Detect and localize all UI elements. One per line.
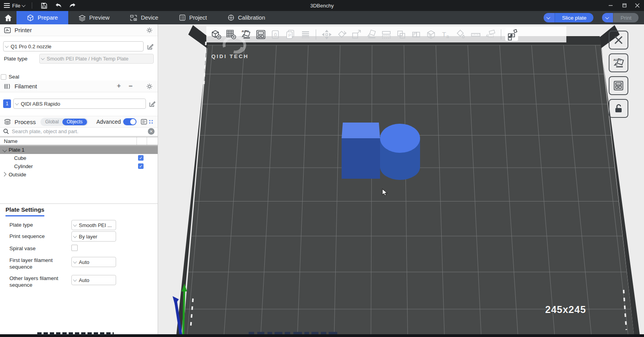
tab-device[interactable]: Device — [120, 11, 168, 24]
maximize-button[interactable] — [617, 0, 631, 11]
lay-on-face-icon[interactable] — [365, 28, 378, 41]
auto-orient-icon[interactable]: AUTO — [239, 28, 252, 41]
model-cylinder[interactable] — [380, 124, 420, 180]
titlebar: File 3DBenchy — [0, 0, 644, 11]
align-icon[interactable] — [395, 28, 408, 41]
plate-settings-title: Plate Settings — [5, 206, 44, 216]
text-tool-icon[interactable]: Ta — [439, 28, 452, 41]
field-first-layer-sequence-label: First layer filament sequence — [9, 255, 71, 270]
search-bar: ✕ — [0, 127, 158, 136]
build-plate[interactable] — [183, 36, 634, 337]
plate-type-select[interactable]: Smooth PEI Plate / High Temp Plate — [39, 54, 154, 64]
printer-preset-select[interactable]: Q1 Pro 0.2 nozzle — [3, 41, 144, 51]
filament-slot-badge[interactable]: 1 — [3, 99, 11, 108]
file-menu-chevron-icon[interactable] — [22, 3, 25, 7]
arrange-plate-button[interactable] — [609, 76, 628, 95]
layers-icon[interactable] — [299, 28, 312, 41]
search-icon — [3, 128, 9, 134]
slice-plate-button[interactable]: Slice plate — [544, 13, 593, 22]
printer-edit-icon[interactable] — [146, 42, 155, 51]
auto-orient-plate-button[interactable]: AUTO — [609, 53, 628, 72]
advanced-label: Advanced — [96, 119, 121, 125]
arrange-icon[interactable] — [254, 28, 267, 41]
tree-row-outside[interactable]: Outside — [0, 170, 158, 179]
objects-settings-icon[interactable] — [148, 117, 154, 126]
tree-row-cylinder[interactable]: Cylinder ✓ — [0, 162, 158, 170]
cylinder-visible-checkbox[interactable]: ✓ — [138, 163, 144, 169]
tab-project[interactable]: Project — [169, 11, 217, 24]
add-filament-button[interactable]: + — [115, 82, 123, 91]
delete-all-button[interactable] — [609, 31, 628, 49]
search-input[interactable] — [12, 128, 145, 134]
field-plate-type-select[interactable]: Smooth PEI ... — [71, 220, 116, 230]
split-icon[interactable] — [380, 28, 393, 41]
print-button[interactable]: Print — [602, 13, 639, 22]
tree-row-plate1[interactable]: Plate 1 — [0, 146, 158, 154]
tab-preview[interactable]: Preview — [68, 11, 120, 24]
undo-icon[interactable] — [53, 1, 64, 10]
field-other-layers-sequence-label: Other layers filament sequence — [9, 273, 71, 288]
field-first-layer-sequence-select[interactable]: Auto — [71, 257, 116, 267]
slice-dropdown-chevron-icon[interactable] — [544, 13, 555, 22]
seal-checkbox[interactable] — [1, 74, 6, 80]
variable-layer-height-icon[interactable] — [424, 28, 437, 41]
paint-icon[interactable] — [454, 28, 467, 41]
scope-objects[interactable]: Objects — [62, 119, 87, 125]
copy-icon[interactable]: 0 — [269, 28, 282, 41]
process-scope-toggle[interactable]: Global Objects — [40, 118, 88, 126]
redo-icon[interactable] — [67, 1, 78, 10]
field-other-layers-sequence-select[interactable]: Auto — [71, 275, 116, 285]
minimize-button[interactable] — [604, 0, 617, 11]
svg-text:0: 0 — [274, 32, 277, 38]
viewport-3d[interactable]: QIDI TECH — [158, 24, 644, 337]
tree-row-cube[interactable]: Cube ✓ — [0, 154, 158, 162]
seal-label: Seal — [9, 74, 19, 80]
field-print-sequence-select[interactable]: By layer — [71, 231, 116, 242]
home-button[interactable] — [0, 11, 16, 24]
remove-filament-button[interactable]: − — [126, 82, 135, 91]
scope-global[interactable]: Global — [42, 119, 62, 125]
assembly-icon[interactable] — [484, 28, 497, 41]
filament-preset-select[interactable]: QIDI ABS Rapido — [13, 99, 146, 109]
paste-icon[interactable]: P — [284, 28, 297, 41]
parameter-list-icon[interactable] — [140, 117, 148, 126]
add-plate-icon[interactable] — [224, 28, 237, 41]
tab-calibration[interactable]: Calibration — [217, 11, 275, 24]
move-icon[interactable] — [320, 28, 333, 41]
lock-plate-button[interactable] — [609, 99, 628, 118]
divider — [32, 2, 32, 9]
measure-icon[interactable] — [469, 28, 482, 41]
qidi-studio-window: File 3DBenchy Prepare — [0, 0, 644, 337]
plate-type-label: Plate type — [4, 56, 27, 62]
clear-search-icon[interactable]: ✕ — [148, 128, 155, 135]
mouse-cursor — [382, 189, 388, 197]
main-menu-icon[interactable] — [4, 2, 10, 9]
save-icon[interactable] — [38, 1, 50, 10]
divider — [501, 29, 501, 40]
collapse-chevron-icon[interactable] — [2, 172, 6, 176]
advanced-toggle[interactable] — [123, 118, 136, 125]
filament-settings-gear-icon[interactable] — [145, 82, 154, 91]
viewport-toolbar: AUTO 0 P — [206, 26, 566, 42]
file-menu[interactable]: File — [12, 3, 20, 9]
clipped-text-fragment — [37, 332, 114, 335]
printer-settings-gear-icon[interactable] — [145, 26, 154, 35]
cube-visible-checkbox[interactable]: ✓ — [138, 155, 144, 161]
filament-edit-icon[interactable] — [148, 100, 156, 108]
fill-icon[interactable] — [409, 28, 422, 41]
field-spiral-vase-label: Spiral vase — [9, 244, 71, 252]
model-cube[interactable] — [342, 123, 380, 179]
rotate-icon[interactable] — [335, 28, 348, 41]
close-button[interactable] — [631, 0, 644, 11]
add-object-icon[interactable] — [209, 28, 222, 41]
filament-section-title: Filament — [15, 83, 37, 90]
qidi-logo-text: QIDI TECH — [211, 53, 249, 59]
split-to-plates-icon[interactable] — [505, 28, 518, 41]
expand-chevron-icon[interactable] — [2, 148, 7, 152]
scale-icon[interactable] — [350, 28, 363, 41]
printer-section-header: Printer — [0, 24, 158, 36]
print-dropdown-chevron-icon[interactable] — [602, 13, 613, 22]
tab-prepare[interactable]: Prepare — [16, 11, 68, 24]
svg-text:P: P — [288, 33, 291, 38]
spiral-vase-checkbox[interactable] — [71, 245, 78, 251]
